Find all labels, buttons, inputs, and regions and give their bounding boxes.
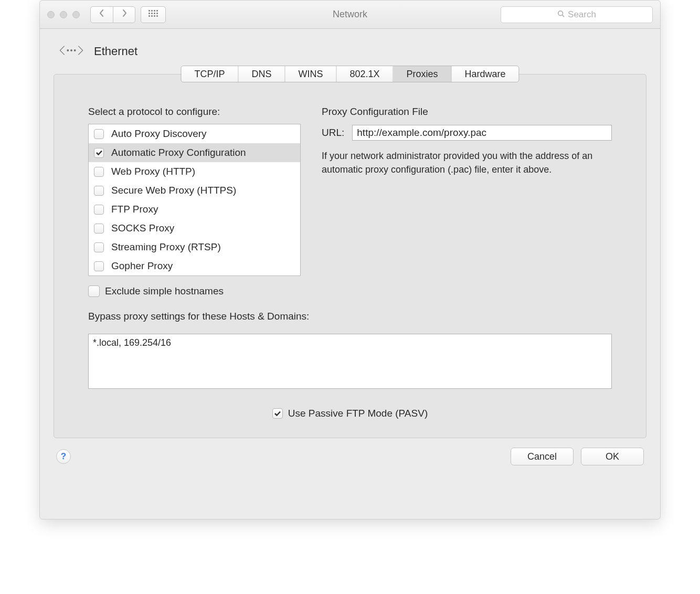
grid-icon bbox=[149, 10, 158, 19]
nav-group bbox=[90, 6, 135, 23]
tab-dns[interactable]: DNS bbox=[238, 66, 285, 82]
protocol-checkbox[interactable] bbox=[94, 167, 104, 177]
footer: ? Cancel OK bbox=[54, 448, 646, 465]
protocol-label: Secure Web Proxy (HTTPS) bbox=[111, 185, 236, 196]
left-column: Select a protocol to configure: Auto Pro… bbox=[88, 106, 301, 297]
svg-line-1 bbox=[563, 15, 565, 17]
protocol-label: Web Proxy (HTTP) bbox=[111, 166, 195, 177]
header-row: Ethernet bbox=[54, 43, 646, 60]
svg-point-0 bbox=[558, 10, 563, 15]
zoom-window-button[interactable] bbox=[72, 11, 80, 18]
protocol-list-title: Select a protocol to configure: bbox=[88, 106, 301, 118]
right-column: Proxy Configuration File URL: If your ne… bbox=[322, 106, 612, 297]
svg-point-2 bbox=[67, 50, 69, 51]
window-title: Network bbox=[333, 9, 367, 20]
protocol-label: SOCKS Proxy bbox=[111, 222, 174, 234]
protocol-label: FTP Proxy bbox=[111, 204, 158, 215]
svg-point-4 bbox=[74, 50, 76, 51]
tab-bar-container: TCP/IP DNS WINS 802.1X Proxies Hardware bbox=[54, 66, 646, 82]
bypass-title: Bypass proxy settings for these Hosts & … bbox=[88, 311, 612, 322]
protocol-checkbox[interactable] bbox=[94, 261, 104, 271]
protocol-checkbox[interactable] bbox=[94, 224, 104, 234]
protocol-auto-discovery[interactable]: Auto Proxy Discovery bbox=[89, 124, 300, 143]
protocol-checkbox[interactable] bbox=[94, 242, 104, 252]
url-input[interactable] bbox=[352, 125, 612, 141]
protocol-checkbox[interactable] bbox=[94, 186, 104, 196]
bypass-section: Bypass proxy settings for these Hosts & … bbox=[88, 311, 612, 391]
tab-tcpip[interactable]: TCP/IP bbox=[181, 66, 238, 82]
network-preferences-window: Network Search Ethernet TCP bbox=[39, 0, 661, 519]
cancel-button[interactable]: Cancel bbox=[511, 448, 574, 465]
svg-point-3 bbox=[71, 50, 72, 51]
protocol-gopher[interactable]: Gopher Proxy bbox=[89, 257, 300, 275]
window-controls bbox=[47, 11, 80, 18]
proxies-panel: Select a protocol to configure: Auto Pro… bbox=[54, 74, 646, 438]
protocol-checkbox[interactable] bbox=[94, 129, 104, 139]
protocol-list: Auto Proxy Discovery Automatic Proxy Con… bbox=[88, 124, 301, 276]
protocol-ftp[interactable]: FTP Proxy bbox=[89, 200, 300, 219]
ok-button[interactable]: OK bbox=[581, 448, 644, 465]
exclude-label: Exclude simple hostnames bbox=[105, 285, 224, 297]
exclude-simple-hostnames-row: Exclude simple hostnames bbox=[88, 285, 301, 297]
bypass-textarea[interactable] bbox=[88, 334, 612, 389]
proxy-config-description: If your network administrator provided y… bbox=[322, 149, 612, 176]
protocol-label: Auto Proxy Discovery bbox=[111, 128, 207, 140]
search-icon bbox=[557, 9, 565, 20]
tab-wins[interactable]: WINS bbox=[285, 66, 336, 82]
protocol-rtsp[interactable]: Streaming Proxy (RTSP) bbox=[89, 238, 300, 257]
show-all-button[interactable] bbox=[141, 6, 166, 23]
protocol-checkbox[interactable] bbox=[94, 148, 104, 158]
search-field[interactable]: Search bbox=[501, 6, 653, 23]
page-title: Ethernet bbox=[94, 45, 137, 58]
protocol-socks[interactable]: SOCKS Proxy bbox=[89, 219, 300, 238]
passive-ftp-checkbox[interactable] bbox=[272, 408, 283, 419]
titlebar: Network Search bbox=[40, 1, 660, 29]
url-row: URL: bbox=[322, 125, 612, 141]
protocol-checkbox[interactable] bbox=[94, 205, 104, 215]
protocol-auto-config[interactable]: Automatic Proxy Configuration bbox=[89, 143, 300, 162]
chevron-right-icon bbox=[122, 9, 127, 20]
protocol-label: Gopher Proxy bbox=[111, 260, 173, 272]
protocol-label: Streaming Proxy (RTSP) bbox=[111, 241, 221, 253]
content: Ethernet TCP/IP DNS WINS 802.1X Proxies … bbox=[40, 29, 660, 475]
close-window-button[interactable] bbox=[47, 11, 55, 18]
exclude-checkbox[interactable] bbox=[88, 285, 100, 297]
proxy-config-title: Proxy Configuration File bbox=[322, 106, 612, 118]
tab-bar: TCP/IP DNS WINS 802.1X Proxies Hardware bbox=[181, 66, 519, 82]
help-button[interactable]: ? bbox=[56, 449, 71, 464]
tab-proxies[interactable]: Proxies bbox=[394, 66, 452, 82]
protocol-http[interactable]: Web Proxy (HTTP) bbox=[89, 162, 300, 181]
chevron-left-icon bbox=[99, 9, 104, 20]
back-button[interactable] bbox=[91, 7, 113, 23]
forward-button[interactable] bbox=[113, 7, 135, 23]
minimize-window-button[interactable] bbox=[60, 11, 67, 18]
tab-8021x[interactable]: 802.1X bbox=[336, 66, 393, 82]
protocol-https[interactable]: Secure Web Proxy (HTTPS) bbox=[89, 181, 300, 200]
ethernet-icon bbox=[58, 43, 84, 60]
passive-ftp-row: Use Passive FTP Mode (PASV) bbox=[88, 408, 612, 419]
tab-hardware[interactable]: Hardware bbox=[452, 66, 519, 82]
passive-ftp-label: Use Passive FTP Mode (PASV) bbox=[288, 408, 428, 419]
protocol-label: Automatic Proxy Configuration bbox=[111, 147, 246, 158]
two-column-layout: Select a protocol to configure: Auto Pro… bbox=[88, 106, 612, 297]
url-label: URL: bbox=[322, 127, 344, 139]
search-placeholder: Search bbox=[568, 9, 596, 20]
